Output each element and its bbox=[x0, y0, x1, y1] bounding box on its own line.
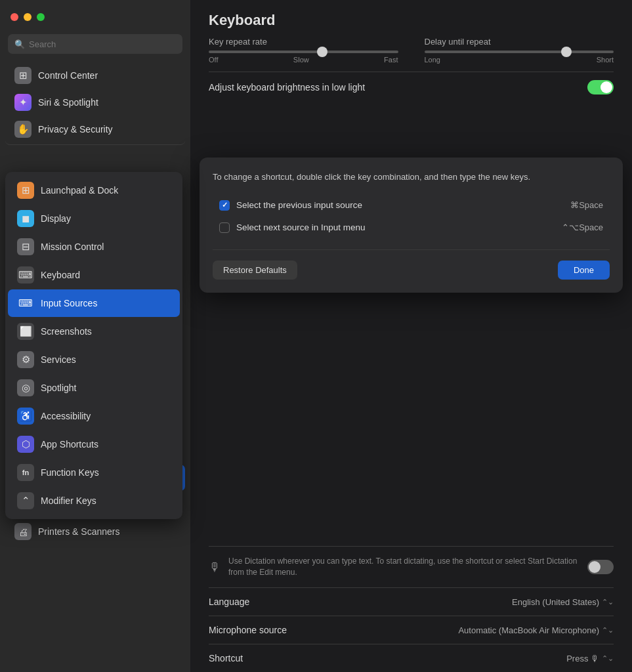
brightness-toggle-row: Adjust keyboard brightness in low light bbox=[209, 72, 614, 102]
language-value[interactable]: English (United States) ⌃⌄ bbox=[512, 597, 614, 607]
modifier-keys-icon: ⌃ bbox=[17, 492, 34, 509]
sidebar-item-privacy-security[interactable]: ✋ Privacy & Security bbox=[5, 116, 185, 145]
popup-item-label: Mission Control bbox=[41, 242, 104, 252]
dictation-toggle[interactable] bbox=[587, 560, 614, 574]
display-icon: ◼ bbox=[17, 210, 34, 227]
shortcut-value[interactable]: Press 🎙 ⌃⌄ bbox=[566, 654, 614, 663]
popup-item-label: Launchpad & Dock bbox=[41, 185, 118, 196]
close-button[interactable] bbox=[11, 13, 18, 21]
app-shortcuts-icon: ⬡ bbox=[17, 436, 34, 453]
delay-repeat-label: Delay until repeat bbox=[425, 37, 614, 47]
keyboard-popup-icon: ⌨ bbox=[17, 266, 34, 284]
popup-item-input-sources[interactable]: ⌨ Input Sources bbox=[8, 289, 180, 317]
search-icon: 🔍 bbox=[14, 39, 25, 49]
sidebar-item-label: Privacy & Security bbox=[38, 124, 113, 135]
sidebar-item-label: Siri & Spotlight bbox=[38, 97, 98, 108]
popup-item-accessibility[interactable]: ♿ Accessibility bbox=[8, 402, 180, 430]
search-bar[interactable]: 🔍 bbox=[8, 34, 182, 54]
popup-item-label: Display bbox=[41, 213, 71, 224]
shortcut-key-next: ⌃⌥Space bbox=[562, 222, 603, 231]
popup-menu: ⊞ Launchpad & Dock ◼ Display ⊟ Mission C… bbox=[5, 172, 182, 519]
microphone-row: Microphone source Automatic (MacBook Air… bbox=[209, 616, 614, 644]
popup-item-launchpad-dock[interactable]: ⊞ Launchpad & Dock bbox=[8, 177, 180, 204]
key-repeat-markers: Off Slow Fast bbox=[209, 56, 398, 64]
sliders-row: Key repeat rate Off Slow Fast Delay unti… bbox=[209, 37, 614, 64]
popup-item-services[interactable]: ⚙ Services bbox=[8, 346, 180, 373]
key-repeat-off: Off bbox=[209, 56, 218, 64]
popup-item-keyboard[interactable]: ⌨ Keyboard bbox=[8, 261, 180, 289]
dictation-text: Use Dictation wherever you can type text… bbox=[228, 556, 579, 578]
popup-item-label: Keyboard bbox=[41, 270, 80, 280]
language-label: Language bbox=[209, 597, 249, 607]
checkbox-next-input[interactable] bbox=[219, 222, 230, 232]
key-repeat-fast: Fast bbox=[384, 56, 398, 64]
sidebar-item-control-center[interactable]: ⊞ Control Center bbox=[5, 62, 185, 89]
popup-item-label: App Shortcuts bbox=[41, 439, 98, 450]
shortcut-row-next: Select next source in Input menu ⌃⌥Space bbox=[213, 217, 610, 232]
delay-long: Long bbox=[425, 56, 440, 64]
popup-item-screenshots[interactable]: ⬜ Screenshots bbox=[8, 318, 180, 345]
sidebar-item-siri-spotlight[interactable]: ✦ Siri & Spotlight bbox=[5, 89, 185, 116]
printers-icon: 🖨 bbox=[14, 523, 32, 540]
language-value-text: English (United States) bbox=[512, 597, 599, 607]
key-repeat-thumb[interactable] bbox=[317, 47, 327, 57]
key-repeat-label: Key repeat rate bbox=[209, 37, 398, 47]
popup-item-label: Services bbox=[41, 354, 76, 365]
popup-item-spotlight[interactable]: ◎ Spotlight bbox=[8, 374, 180, 402]
modal-description: To change a shortcut, double click the k… bbox=[213, 171, 610, 184]
popup-item-label: Spotlight bbox=[41, 383, 76, 393]
accessibility-icon: ♿ bbox=[17, 408, 34, 425]
function-keys-icon: fn bbox=[17, 464, 34, 481]
delay-repeat-group: Delay until repeat Long Short bbox=[425, 37, 614, 64]
checkbox-prev-input[interactable] bbox=[219, 200, 230, 211]
content-area: Key repeat rate Off Slow Fast Delay unti… bbox=[190, 37, 632, 231]
shortcut-row-prev: Select the previous input source ⌘Space bbox=[213, 194, 610, 217]
maximize-button[interactable] bbox=[37, 13, 45, 21]
popup-item-app-shortcuts[interactable]: ⬡ App Shortcuts bbox=[8, 430, 180, 458]
microphone-chevron: ⌃⌄ bbox=[602, 626, 614, 635]
delay-short: Short bbox=[597, 56, 614, 64]
brightness-toggle[interactable] bbox=[587, 80, 614, 94]
sidebar-item-label: Control Center bbox=[38, 70, 98, 81]
siri-spotlight-icon: ✦ bbox=[14, 94, 32, 111]
screenshots-icon: ⬜ bbox=[17, 323, 34, 340]
popup-item-label: Function Keys bbox=[41, 467, 99, 478]
delay-repeat-markers: Long Short bbox=[425, 56, 614, 64]
dictation-row: 🎙 Use Dictation wherever you can type te… bbox=[209, 546, 614, 587]
search-input[interactable] bbox=[29, 39, 176, 49]
key-repeat-group: Key repeat rate Off Slow Fast bbox=[209, 37, 398, 64]
page-title: Keyboard bbox=[190, 0, 632, 37]
popup-item-modifier-keys[interactable]: ⌃ Modifier Keys bbox=[8, 487, 180, 514]
services-icon: ⚙ bbox=[17, 351, 34, 368]
shortcut-chevron: ⌃⌄ bbox=[602, 654, 614, 663]
popup-item-display[interactable]: ◼ Display bbox=[8, 205, 180, 232]
microphone-label: Microphone source bbox=[209, 625, 287, 635]
delay-repeat-thumb[interactable] bbox=[561, 47, 572, 57]
popup-item-function-keys[interactable]: fn Function Keys bbox=[8, 459, 180, 486]
microphone-icon: 🎙 bbox=[209, 560, 221, 574]
launchpad-icon: ⊞ bbox=[17, 182, 34, 199]
sidebar-item-label: Printers & Scanners bbox=[38, 526, 120, 537]
control-center-icon: ⊞ bbox=[14, 67, 32, 84]
delay-repeat-track[interactable] bbox=[425, 51, 614, 53]
shortcut-row: Shortcut Press 🎙 ⌃⌄ bbox=[209, 644, 614, 672]
popup-item-label: Screenshots bbox=[41, 326, 92, 337]
input-sources-icon: ⌨ bbox=[17, 295, 34, 312]
spotlight-icon: ◎ bbox=[17, 379, 34, 396]
microphone-value-text: Automatic (MacBook Air Microphone) bbox=[458, 625, 599, 635]
shortcut-label-next: Select next source in Input menu bbox=[236, 222, 555, 231]
key-repeat-slow: Slow bbox=[293, 56, 309, 64]
bottom-section: 🎙 Use Dictation wherever you can type te… bbox=[190, 546, 632, 672]
language-row: Language English (United States) ⌃⌄ bbox=[209, 587, 614, 616]
popup-item-mission-control[interactable]: ⊟ Mission Control bbox=[8, 233, 180, 261]
mission-control-icon: ⊟ bbox=[17, 238, 34, 255]
language-chevron: ⌃⌄ bbox=[602, 598, 614, 606]
minimize-button[interactable] bbox=[24, 13, 32, 21]
sidebar-item-printers[interactable]: 🖨 Printers & Scanners bbox=[5, 518, 185, 545]
popup-item-label: Modifier Keys bbox=[41, 495, 96, 506]
key-repeat-track[interactable] bbox=[209, 51, 398, 53]
microphone-value[interactable]: Automatic (MacBook Air Microphone) ⌃⌄ bbox=[458, 625, 614, 635]
shortcut-value-text: Press 🎙 bbox=[566, 654, 599, 663]
popup-item-label: Accessibility bbox=[41, 411, 91, 421]
shortcut-key-prev: ⌘Space bbox=[570, 200, 603, 210]
